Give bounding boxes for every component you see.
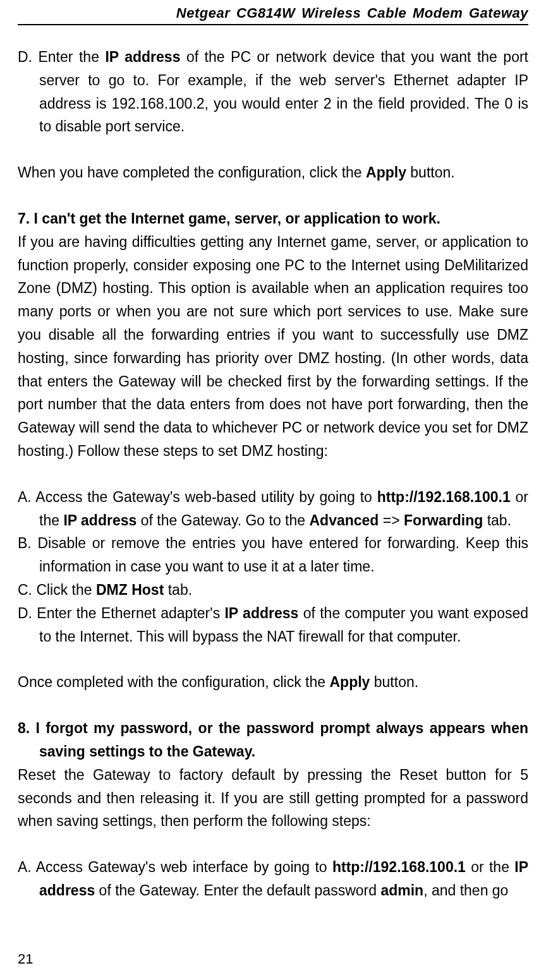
text: of the Gateway. Enter the default passwo… — [95, 882, 380, 899]
text: Click the — [32, 582, 96, 598]
paragraph-apply-2: Once completed with the configuration, c… — [18, 671, 528, 694]
title-text: I forgot my password, or the password pr… — [30, 720, 528, 760]
list-item-d1: D. Enter the IP address of the PC or net… — [18, 45, 528, 138]
text: When you have completed the configuratio… — [18, 164, 366, 181]
marker: C. — [18, 582, 32, 598]
text: tab. — [483, 512, 511, 529]
section-8-body: Reset the Gateway to factory default by … — [18, 763, 528, 833]
marker: B. — [18, 535, 32, 551]
bold-text: Apply — [329, 674, 370, 690]
title-text: I can't get the Internet game, server, o… — [30, 210, 440, 227]
text: Access Gateway's web interface by going … — [32, 859, 332, 875]
section-8-title: 8. I forgot my password, or the password… — [18, 717, 528, 763]
marker: D. — [18, 605, 32, 621]
text: Once completed with the configuration, c… — [18, 674, 329, 690]
list-item-a3: A. Access Gateway's web interface by goi… — [18, 856, 528, 902]
list-item-c2: C. Click the DMZ Host tab. — [18, 578, 528, 602]
text: Disable or remove the entries you have e… — [32, 535, 528, 575]
bold-text: admin — [380, 882, 423, 899]
text: Enter the — [32, 49, 105, 65]
text: => — [379, 512, 404, 529]
bold-text: Apply — [366, 164, 406, 181]
bold-text: Advanced — [309, 512, 379, 529]
text: tab. — [164, 582, 192, 598]
text: of the Gateway. Go to the — [136, 512, 309, 529]
text: button. — [406, 164, 455, 181]
bold-text: DMZ Host — [96, 582, 164, 598]
bold-text: IP address — [224, 605, 298, 621]
list-item-d2: D. Enter the Ethernet adapter's IP addre… — [18, 602, 528, 648]
paragraph-apply-1: When you have completed the configuratio… — [18, 161, 528, 184]
bold-text: http://192.168.100.1 — [377, 489, 511, 505]
list-item-a2: A. Access the Gateway's web-based utilit… — [18, 486, 528, 532]
marker: 8. — [18, 720, 30, 736]
text: button. — [370, 674, 418, 690]
page-content: D. Enter the IP address of the PC or net… — [18, 25, 528, 902]
text: Access the Gateway's web-based utility b… — [32, 489, 377, 505]
marker: 7. — [18, 210, 30, 227]
bold-text: Forwarding — [404, 512, 483, 529]
page-number: 21 — [18, 951, 33, 967]
text: Enter the Ethernet adapter's — [32, 605, 224, 621]
text: , and then go — [423, 882, 508, 899]
bold-text: IP address — [105, 49, 180, 65]
header-title: Netgear CG814W Wireless Cable Modem Gate… — [176, 5, 528, 21]
page-header: Netgear CG814W Wireless Cable Modem Gate… — [18, 0, 528, 25]
list-item-b2: B. Disable or remove the entries you hav… — [18, 532, 528, 578]
bold-text: http://192.168.100.1 — [332, 859, 466, 875]
section-7-title: 7. I can't get the Internet game, server… — [18, 207, 528, 230]
marker: A. — [18, 859, 32, 875]
text: or the — [466, 859, 514, 875]
section-7-body: If you are having difficulties getting a… — [18, 230, 528, 463]
marker: A. — [18, 489, 32, 505]
marker: D. — [18, 49, 32, 65]
bold-text: IP address — [63, 512, 136, 529]
